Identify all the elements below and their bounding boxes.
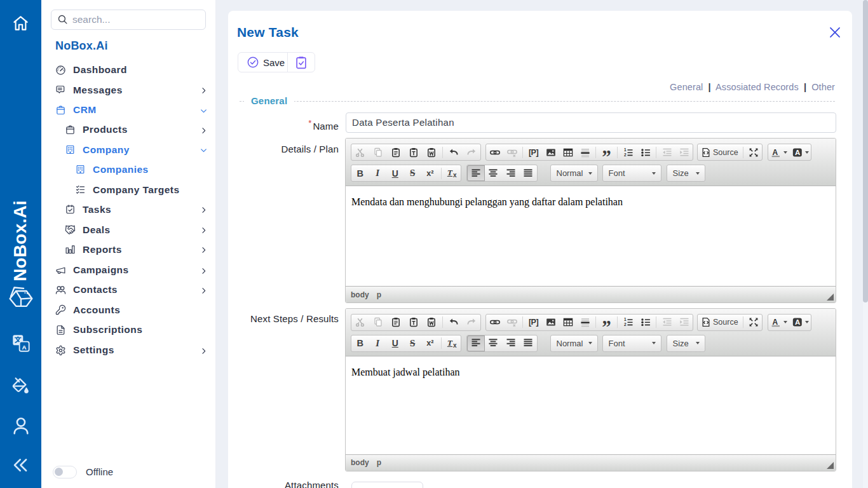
- svg-text:A: A: [22, 344, 26, 351]
